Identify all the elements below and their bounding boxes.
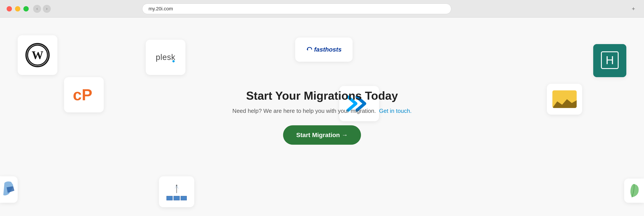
svg-text:cP: cP <box>73 86 92 104</box>
fasthosts-text: fasthosts <box>314 46 342 53</box>
plesk-logo: plesk <box>156 53 175 62</box>
forward-button[interactable]: › <box>43 5 51 13</box>
hero-subtitle: Need help? We are here to help you with … <box>232 108 412 114</box>
headway-logo: H <box>599 49 621 72</box>
headway-card: H <box>593 44 626 77</box>
url-text: my.20i.com <box>148 6 173 12</box>
nav-buttons: ‹ › <box>33 5 51 13</box>
new-tab-button[interactable]: + <box>630 5 638 13</box>
hero-title: Start Your Migrations Today <box>232 89 412 102</box>
cpanel-logo: cP <box>71 84 97 105</box>
traffic-lights <box>6 6 29 11</box>
minimize-button[interactable] <box>15 6 20 11</box>
browser-chrome: ‹ › my.20i.com + <box>0 0 644 18</box>
start-migration-button[interactable]: Start Migration → <box>283 125 361 145</box>
close-button[interactable] <box>6 6 12 11</box>
back-icon: ‹ <box>36 6 38 11</box>
svg-text:W: W <box>32 49 44 61</box>
browser-content: W plesk cP <box>0 18 644 216</box>
back-button[interactable]: ‹ <box>33 5 41 13</box>
solar-card <box>159 176 194 207</box>
landscape-image <box>552 90 577 108</box>
address-bar[interactable]: my.20i.com <box>142 3 451 14</box>
subtitle-text: Need help? We are here to help you with … <box>232 108 376 114</box>
svg-text:H: H <box>606 54 614 67</box>
forward-icon: › <box>46 6 48 11</box>
plus-icon: + <box>632 5 635 12</box>
partial-right-card <box>624 179 644 203</box>
cpanel-card: cP <box>64 77 104 112</box>
landscape-card <box>547 84 582 115</box>
solar-logo <box>166 183 187 200</box>
fasthosts-logo: fasthosts <box>306 46 342 53</box>
get-in-touch-link[interactable]: Get in touch. <box>379 108 412 114</box>
plesk-card: plesk <box>146 40 186 75</box>
partial-left-card <box>0 176 18 203</box>
plesk-dot <box>172 60 175 62</box>
wordpress-logo: W <box>26 43 50 67</box>
hero-section: Start Your Migrations Today Need help? W… <box>232 89 412 145</box>
wordpress-card: W <box>18 35 58 75</box>
maximize-button[interactable] <box>24 6 29 11</box>
fasthosts-card: fasthosts <box>295 37 352 62</box>
solar-panels <box>166 196 187 200</box>
mountain-shape <box>552 97 577 108</box>
